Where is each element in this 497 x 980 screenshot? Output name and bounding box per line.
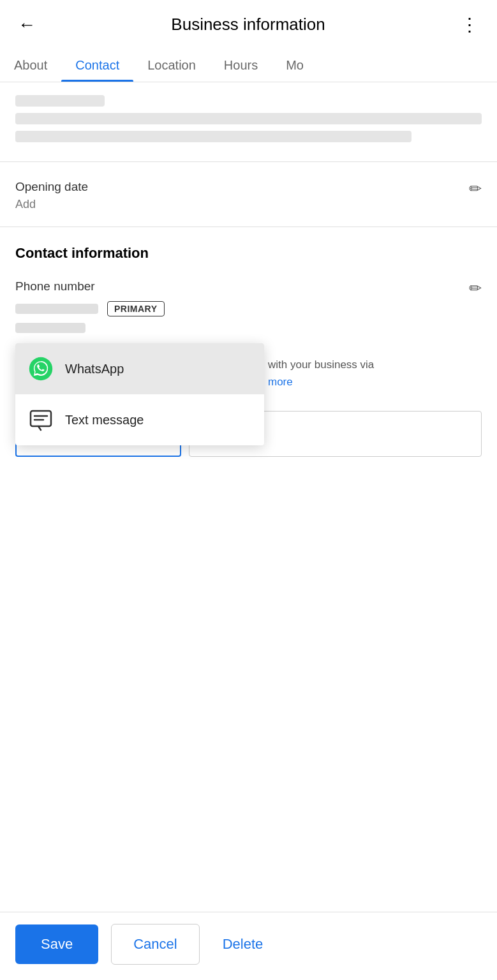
content-area: Opening date Add Contact information Pho… — [0, 82, 497, 470]
text-message-label: Text message — [65, 413, 144, 427]
tab-more[interactable]: Mo — [272, 48, 318, 82]
dropdown-item-text-message[interactable]: Text message — [15, 394, 264, 445]
blurred-description-section — [0, 82, 497, 161]
dropdown-item-whatsapp[interactable]: WhatsApp — [15, 343, 264, 394]
more-link[interactable]: more — [268, 376, 293, 388]
phone-number-blurred-2 — [15, 323, 85, 333]
save-button[interactable]: Save — [15, 924, 98, 964]
contact-info-heading: Contact information — [0, 227, 497, 267]
svg-point-0 — [29, 357, 52, 380]
blurred-line-2 — [15, 113, 482, 124]
blurred-line-3 — [15, 131, 412, 142]
svg-rect-1 — [31, 411, 51, 426]
opening-date-section: Opening date Add — [0, 162, 497, 226]
action-bar-spacer — [0, 470, 497, 546]
action-bar: Save Cancel Delete — [0, 912, 497, 980]
back-button[interactable]: ← — [13, 12, 41, 38]
opening-date-value: Add — [15, 198, 482, 211]
primary-phone-row: PRIMARY — [15, 301, 482, 316]
dropdown-menu: WhatsApp Text message — [15, 343, 264, 445]
text-message-icon — [28, 407, 54, 433]
phone-number-section: Phone number PRIMARY — [0, 267, 497, 343]
phone-edit-icon[interactable] — [469, 279, 482, 297]
opening-date-label: Opening date — [15, 180, 482, 194]
tab-bar: About Contact Location Hours Mo — [0, 48, 497, 82]
tab-hours[interactable]: Hours — [210, 48, 272, 82]
tab-contact[interactable]: Contact — [61, 48, 133, 82]
dropdown-area: WhatsApp Text message with your business… — [0, 343, 497, 401]
whatsapp-icon — [28, 356, 54, 382]
whatsapp-label: WhatsApp — [65, 362, 124, 376]
delete-button[interactable]: Delete — [212, 924, 274, 964]
header: ← Business information ⋮ — [0, 0, 497, 48]
opening-date-edit-icon[interactable] — [469, 180, 482, 198]
blurred-line-1 — [15, 95, 105, 107]
more-menu-button[interactable]: ⋮ — [456, 11, 484, 38]
message-text-content: with your business via — [268, 359, 374, 371]
page-title: Business information — [41, 15, 456, 34]
tab-about[interactable]: About — [0, 48, 61, 82]
tab-location[interactable]: Location — [133, 48, 210, 82]
cancel-button[interactable]: Cancel — [111, 924, 199, 965]
primary-badge: PRIMARY — [107, 301, 165, 316]
phone-number-label: Phone number — [15, 279, 482, 293]
phone-number-blurred-1 — [15, 304, 98, 314]
